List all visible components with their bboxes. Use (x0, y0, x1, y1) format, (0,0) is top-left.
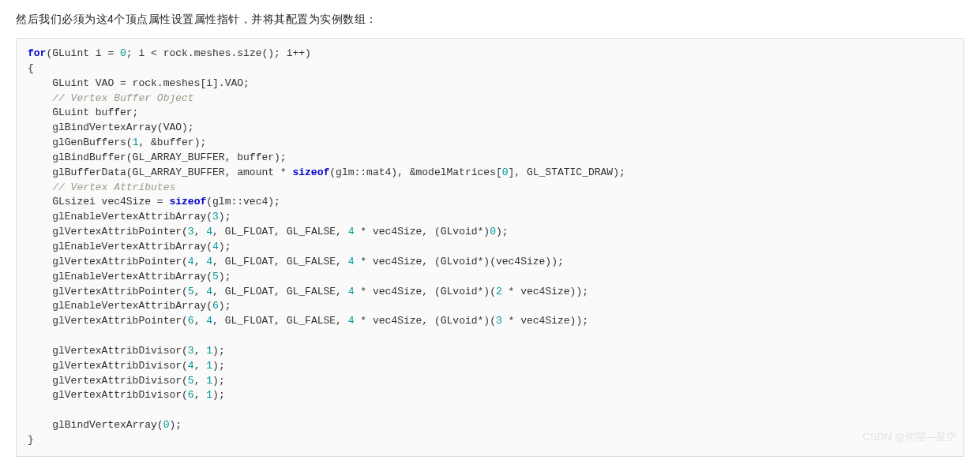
code-text: glVertexAttribDivisor( (28, 389, 188, 401)
code-text: * vec4Size, (GLvoid*)( (355, 315, 496, 327)
code-text: ); (219, 300, 231, 312)
code-text: glVertexAttribDivisor( (28, 360, 188, 372)
code-text: * vec4Size)); (502, 315, 588, 327)
code-text: glEnableVertexAttribArray( (28, 241, 212, 252)
code-text: , (194, 286, 207, 297)
code-text: glEnableVertexAttribArray( (28, 211, 212, 223)
code-num: 0 (120, 47, 126, 59)
code-block: for(GLuint i = 0; i < rock.meshes.size()… (16, 38, 964, 457)
code-num: 5 (188, 375, 194, 387)
code-text: * vec4Size)); (502, 286, 588, 297)
code-text: ); (219, 211, 231, 223)
code-num: 4 (348, 286, 355, 297)
kw-for: for (28, 47, 46, 59)
code-text: glGenBuffers( (28, 137, 133, 148)
code-text: { (28, 62, 34, 74)
code-text: ; i < rock.meshes.size(); i++) (126, 47, 311, 59)
code-comment: // Vertex Attributes (28, 181, 175, 193)
code-num: 2 (496, 286, 502, 297)
code-text: glEnableVertexAttribArray( (28, 300, 212, 312)
code-text: ); (219, 271, 231, 282)
code-text: glVertexAttribPointer( (28, 226, 188, 237)
code-num: 4 (348, 226, 355, 237)
code-text: , (194, 345, 207, 357)
code-text: (glm::vec4); (206, 196, 280, 208)
code-text: ); (212, 360, 225, 372)
code-text: , (194, 256, 207, 267)
code-text: ); (212, 345, 225, 357)
code-num: 4 (206, 315, 212, 327)
code-text: ], GL_STATIC_DRAW); (509, 166, 625, 178)
code-text: , (194, 360, 207, 372)
code-text: glBufferData(GL_ARRAY_BUFFER, amount * (28, 166, 292, 178)
code-num: 3 (212, 211, 219, 223)
code-num: 4 (212, 241, 219, 252)
code-text: GLuint i = (52, 47, 120, 59)
code-text: ); (212, 375, 225, 387)
code-text: glVertexAttribDivisor( (28, 345, 188, 357)
code-num: 3 (496, 315, 502, 327)
code-text: ); (169, 419, 182, 431)
code-num: 4 (206, 256, 212, 267)
code-text: ); (219, 241, 231, 252)
code-num: 1 (206, 389, 212, 401)
code-num: 0 (502, 166, 509, 178)
code-text: ); (212, 389, 225, 401)
code-num: 4 (348, 315, 355, 327)
code-text: , (194, 375, 207, 387)
code-text: glVertexAttribPointer( (28, 256, 188, 267)
code-num: 0 (490, 226, 496, 237)
code-text: } (28, 434, 34, 446)
code-text: , GL_FLOAT, GL_FALSE, (212, 226, 348, 237)
code-num: 1 (206, 345, 212, 357)
code-num: 4 (348, 256, 355, 267)
code-comment: // Vertex Buffer Object (28, 92, 194, 104)
code-num: 4 (188, 360, 194, 372)
code-text: , (194, 389, 207, 401)
code-num: 1 (206, 360, 212, 372)
code-num: 4 (206, 226, 212, 237)
code-text: glBindVertexArray(VAO); (28, 122, 194, 133)
code-num: 5 (188, 286, 194, 297)
code-text: ); (496, 226, 509, 237)
kw-sizeof: sizeof (169, 196, 206, 208)
code-text: , (194, 315, 207, 327)
code-text: glVertexAttribPointer( (28, 315, 188, 327)
code-num: 6 (188, 315, 194, 327)
code-num: 3 (188, 345, 194, 357)
code-text: glVertexAttribDivisor( (28, 375, 188, 387)
code-text: glEnableVertexAttribArray( (28, 271, 212, 282)
code-text: * vec4Size, (GLvoid*)(vec4Size)); (355, 256, 564, 267)
code-num: 6 (188, 389, 194, 401)
code-text: GLuint buffer; (28, 107, 138, 118)
code-num: 1 (206, 375, 212, 387)
code-num: 6 (212, 300, 219, 312)
intro-paragraph: 然后我们必须为这4个顶点属性设置属性指针，并将其配置为实例数组： (16, 13, 964, 27)
code-text: , &buffer); (138, 137, 206, 148)
code-num: 4 (206, 286, 212, 297)
code-text: glBindBuffer(GL_ARRAY_BUFFER, buffer); (28, 151, 287, 163)
kw-sizeof: sizeof (292, 166, 329, 178)
code-text: , GL_FLOAT, GL_FALSE, (212, 315, 348, 327)
code-num: 4 (188, 256, 194, 267)
code-num: 5 (212, 271, 219, 282)
code-text: * vec4Size, (GLvoid*) (355, 226, 490, 237)
code-text: , GL_FLOAT, GL_FALSE, (212, 256, 348, 267)
code-text: (glm::mat4), &modelMatrices[ (329, 166, 501, 178)
code-text: , (194, 226, 207, 237)
code-text: , GL_FLOAT, GL_FALSE, (212, 286, 348, 297)
code-text: glVertexAttribPointer( (28, 286, 188, 297)
code-num: 3 (188, 226, 194, 237)
code-text: GLuint VAO = rock.meshes[i].VAO; (28, 77, 250, 89)
code-text: GLsizei vec4Size = (28, 196, 169, 208)
code-text: * vec4Size, (GLvoid*)( (355, 286, 496, 297)
code-text: glBindVertexArray( (28, 419, 163, 431)
